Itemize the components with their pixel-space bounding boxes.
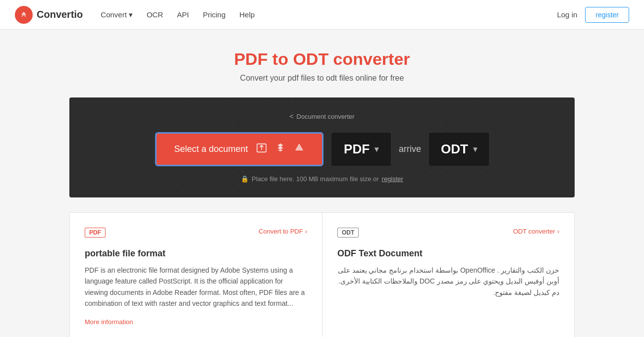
odt-chevron-right-icon: › bbox=[557, 228, 559, 235]
pdf-card-header: PDF Convert to PDF › bbox=[85, 228, 307, 242]
source-format-button[interactable]: PDF ▾ bbox=[331, 133, 391, 166]
lock-icon: 🔒 bbox=[241, 175, 249, 183]
pdf-card-title: portable file format bbox=[85, 248, 307, 259]
select-document-button[interactable]: Select a document bbox=[155, 132, 323, 166]
arrow-separator: arrive bbox=[399, 144, 421, 154]
dropbox-icon bbox=[275, 143, 286, 156]
nav-links: Convert ▾ OCR API Pricing Help bbox=[101, 10, 255, 19]
odt-badge: ODT bbox=[337, 228, 359, 238]
target-format-dropdown-icon: ▾ bbox=[473, 144, 477, 154]
source-format-label: PDF bbox=[344, 142, 370, 157]
login-button[interactable]: Log in bbox=[557, 10, 577, 19]
google-drive-icon bbox=[294, 143, 305, 156]
hero-subtitle: Convert your pdf files to odt files onli… bbox=[10, 74, 634, 83]
breadcrumb-arrow-icon: < bbox=[289, 112, 293, 120]
hero-section: PDF to ODT converter Convert your pdf fi… bbox=[0, 30, 644, 97]
breadcrumb: < Document converter bbox=[89, 112, 555, 120]
pdf-info-card: PDF Convert to PDF › portable file forma… bbox=[69, 212, 322, 337]
navbar: Convertio Convert ▾ OCR API Pricing Help… bbox=[0, 0, 644, 30]
odt-card-title: ODF Text Document bbox=[337, 248, 559, 259]
odt-converter-link[interactable]: ODT converter › bbox=[513, 228, 559, 235]
odt-info-card: ODT ODT converter › ODF Text Document خز… bbox=[322, 212, 575, 337]
upload-icon bbox=[256, 143, 267, 156]
file-hint: 🔒 Place file here. 100 MB maximum file s… bbox=[89, 175, 555, 183]
nav-ocr[interactable]: OCR bbox=[147, 10, 163, 19]
select-document-label: Select a document bbox=[174, 144, 248, 154]
nav-convert[interactable]: Convert ▾ bbox=[101, 10, 133, 19]
register-button[interactable]: register bbox=[585, 7, 629, 23]
logo[interactable]: Convertio bbox=[15, 6, 83, 24]
converter-controls: Select a document bbox=[89, 132, 555, 166]
file-hint-text: Place file here. 100 MB maximum file siz… bbox=[252, 175, 378, 183]
pdf-more-info-link[interactable]: More information bbox=[85, 318, 133, 326]
nav-help[interactable]: Help bbox=[239, 10, 255, 19]
breadcrumb-text: Document converter bbox=[297, 113, 355, 120]
page-title: PDF to ODT converter bbox=[10, 49, 634, 69]
target-format-label: ODT bbox=[441, 142, 468, 157]
navbar-left: Convertio Convert ▾ OCR API Pricing Help bbox=[15, 6, 255, 24]
chevron-right-icon: › bbox=[305, 228, 307, 235]
nav-pricing[interactable]: Pricing bbox=[203, 10, 225, 19]
convert-to-pdf-link[interactable]: Convert to PDF › bbox=[259, 228, 307, 235]
logo-text: Convertio bbox=[37, 9, 83, 20]
pdf-badge: PDF bbox=[85, 228, 106, 238]
logo-icon bbox=[15, 6, 33, 24]
register-link[interactable]: register bbox=[382, 175, 403, 183]
odt-card-description: خزن الكتب والتقارير . OpenOffice بواسطة … bbox=[337, 265, 559, 298]
converter-box: < Document converter Select a document bbox=[69, 97, 575, 197]
source-format-dropdown-icon: ▾ bbox=[375, 144, 378, 154]
odt-card-header: ODT ODT converter › bbox=[337, 228, 559, 242]
pdf-card-description: PDF is an electronic file format designe… bbox=[85, 265, 307, 309]
chevron-down-icon: ▾ bbox=[129, 10, 133, 19]
info-cards: PDF Convert to PDF › portable file forma… bbox=[69, 212, 575, 337]
nav-api[interactable]: API bbox=[177, 10, 189, 19]
target-format-button[interactable]: ODT ▾ bbox=[429, 133, 489, 166]
navbar-right: Log in register bbox=[557, 7, 629, 23]
